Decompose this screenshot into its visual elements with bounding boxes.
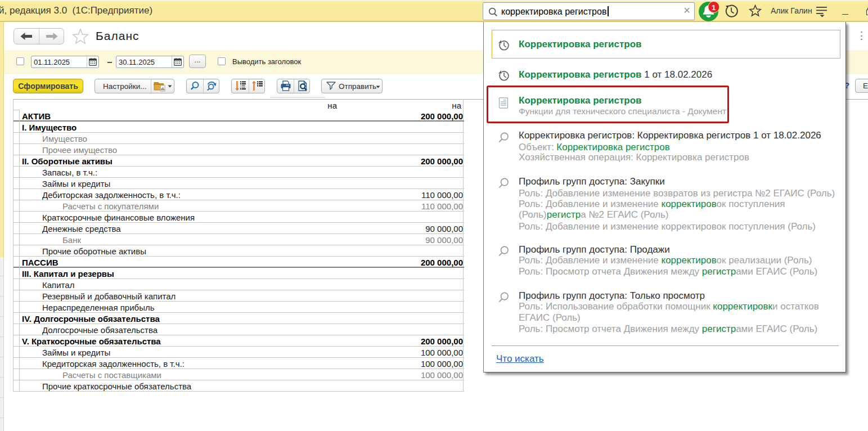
svg-text:1: 1 bbox=[712, 3, 716, 12]
